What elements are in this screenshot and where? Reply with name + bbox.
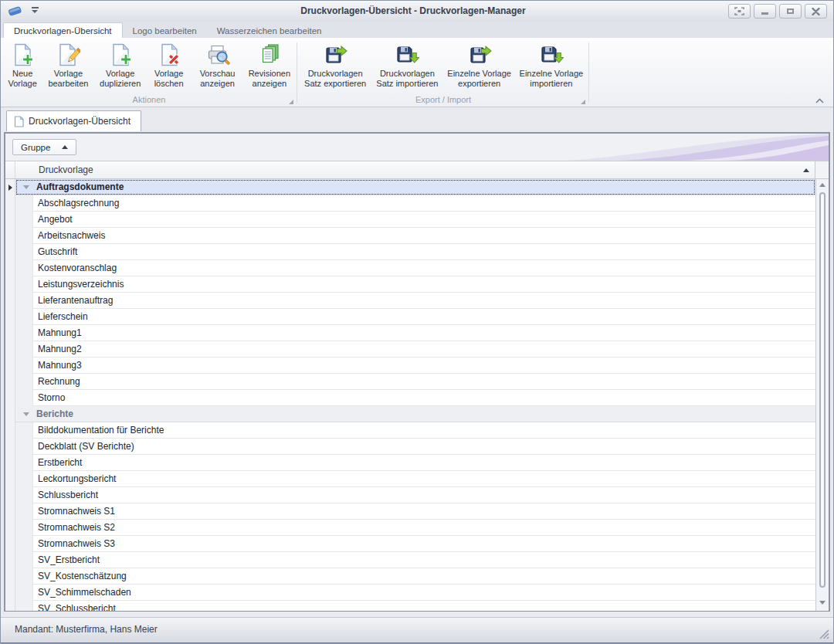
row-indent bbox=[15, 325, 33, 341]
ribbon-button-einzelne-vorlage-importieren[interactable]: Einzelne Vorlage importieren bbox=[516, 40, 587, 94]
row-indent bbox=[15, 228, 33, 244]
collapse-triangle-icon[interactable] bbox=[23, 412, 29, 416]
row-indent bbox=[15, 455, 33, 471]
scrollbar-thumb[interactable] bbox=[819, 192, 826, 588]
template-row[interactable]: Leckortungsbericht bbox=[5, 471, 815, 487]
column-header-druckvorlage[interactable]: Druckvorlage bbox=[15, 161, 798, 178]
row-indent bbox=[15, 390, 33, 406]
document-plus-icon bbox=[108, 42, 133, 67]
statusbar: Mandant: Musterfirma, Hans Meier bbox=[1, 617, 833, 642]
document-tab-druckvorlagen-uebersicht[interactable]: Druckvorlagen-Übersicht bbox=[6, 110, 141, 131]
ribbon-collapse-button[interactable] bbox=[813, 95, 826, 104]
template-row[interactable]: Rechnung bbox=[5, 374, 815, 390]
resize-grip-icon[interactable] bbox=[818, 629, 830, 639]
document-icon bbox=[14, 116, 24, 127]
ribbon-button-vorlage-duplizieren[interactable]: Vorlage duplizieren bbox=[95, 40, 146, 94]
titlebar: Druckvorlagen-Übersicht - Druckvorlagen-… bbox=[1, 1, 833, 22]
mandant-status-text: Mandant: Musterfirma, Hans Meier bbox=[15, 624, 158, 635]
template-row[interactable]: SV_Schimmelschaden bbox=[5, 585, 815, 601]
row-indicator bbox=[5, 374, 15, 390]
ribbon-button-druckvorlagen-satz-exportieren[interactable]: Druckvorlagen Satz exportieren bbox=[300, 40, 371, 94]
template-row[interactable]: Mahnung1 bbox=[5, 325, 815, 341]
template-row[interactable]: SV_Kostenschätzung bbox=[5, 568, 815, 585]
quick-access-dropdown-icon[interactable] bbox=[30, 7, 39, 15]
document-plus-icon bbox=[10, 42, 35, 67]
template-row[interactable]: Storno bbox=[5, 390, 815, 406]
ribbon: Neue Vorlage Vorlage bearbeiten Vorlage … bbox=[1, 38, 833, 107]
template-row[interactable]: Stromnachweis S1 bbox=[5, 503, 815, 520]
template-row[interactable]: Deckblatt (SV Berichte) bbox=[5, 439, 815, 455]
dialog-launcher-icon[interactable] bbox=[289, 100, 293, 104]
template-row[interactable]: SV_Erstbericht bbox=[5, 552, 815, 568]
vertical-scrollbar[interactable] bbox=[815, 179, 829, 611]
template-row[interactable]: Lieferschein bbox=[5, 309, 815, 325]
template-row[interactable]: Gutschrift bbox=[5, 244, 815, 260]
template-row[interactable]: Stromnachweis S2 bbox=[5, 520, 815, 536]
row-list: Auftragsdokumente Abschlagsrechnung Ange… bbox=[5, 179, 815, 611]
row-indicator bbox=[5, 585, 15, 601]
group-by-chip-gruppe[interactable]: Gruppe bbox=[12, 139, 76, 155]
ribbon-tab-strip: Druckvorlagen-Übersicht Logo bearbeiten … bbox=[1, 22, 833, 38]
ribbon-button-vorschau-anzeigen[interactable]: Vorschau anzeigen bbox=[192, 40, 242, 94]
ribbon-button-vorlage-loeschen[interactable]: Vorlage löschen bbox=[147, 40, 192, 94]
template-name: SV_Schlussbericht bbox=[38, 603, 116, 611]
header-indicator-cell bbox=[5, 161, 15, 178]
ribbon-tab-druckvorlagen-uebersicht[interactable]: Druckvorlagen-Übersicht bbox=[3, 22, 123, 39]
row-indicator bbox=[5, 212, 15, 228]
eraser-icon[interactable] bbox=[7, 5, 24, 18]
template-row[interactable]: Stromnachweis S3 bbox=[5, 536, 815, 552]
dialog-launcher-icon[interactable] bbox=[581, 100, 585, 104]
template-name: Gutschrift bbox=[38, 246, 77, 257]
ribbon-group-export-import: Druckvorlagen Satz exportieren Druckvorl… bbox=[299, 38, 588, 107]
template-row[interactable]: Erstbericht bbox=[5, 455, 815, 471]
ribbon-button-einzelne-vorlage-exportieren[interactable]: Einzelne Vorlage exportieren bbox=[444, 40, 515, 94]
minimize-icon bbox=[761, 12, 768, 15]
close-button[interactable] bbox=[805, 4, 827, 19]
template-row[interactable]: Kostenvoranschlag bbox=[5, 260, 815, 276]
document-stack-icon bbox=[257, 42, 282, 67]
collapse-triangle-icon[interactable] bbox=[23, 185, 29, 189]
ribbon-button-revisionen-anzeigen[interactable]: Revisionen anzeigen bbox=[244, 40, 295, 94]
template-row[interactable]: Angebot bbox=[5, 212, 815, 228]
template-row[interactable]: Bilddokumentation für Berichte bbox=[5, 422, 815, 439]
template-name: Mahnung1 bbox=[38, 327, 82, 338]
row-indicator bbox=[5, 260, 15, 276]
disk-arrow-right-icon bbox=[467, 42, 492, 67]
ribbon-group-separator bbox=[588, 42, 589, 103]
template-name: Lieferantenauftrag bbox=[38, 295, 113, 306]
row-indent bbox=[15, 601, 33, 611]
group-name: Berichte bbox=[36, 408, 73, 419]
template-row[interactable]: Mahnung3 bbox=[5, 358, 815, 374]
row-indent bbox=[15, 374, 33, 390]
template-name: Erstbericht bbox=[38, 457, 82, 468]
minimize-button[interactable] bbox=[754, 4, 776, 19]
fullscreen-button[interactable] bbox=[728, 4, 751, 19]
template-row[interactable]: SV_Schlussbericht bbox=[5, 601, 815, 611]
row-indicator-arrow-icon bbox=[8, 185, 12, 191]
scroll-up-icon[interactable] bbox=[816, 183, 829, 187]
template-name: Lieferschein bbox=[38, 311, 88, 322]
template-row[interactable]: Leistungsverzeichnis bbox=[5, 276, 815, 293]
document-tab-label: Druckvorlagen-Übersicht bbox=[29, 116, 131, 127]
group-row-berichte[interactable]: Berichte bbox=[5, 406, 815, 422]
ribbon-tab-logo-bearbeiten[interactable]: Logo bearbeiten bbox=[123, 23, 207, 38]
row-indent bbox=[15, 536, 33, 552]
ribbon-tab-wasserzeichen-bearbeiten[interactable]: Wasserzeichen bearbeiten bbox=[207, 23, 332, 38]
ribbon-button-neue-vorlage[interactable]: Neue Vorlage bbox=[3, 40, 42, 94]
ribbon-button-druckvorlagen-satz-importieren[interactable]: Druckvorlagen Satz importieren bbox=[371, 40, 442, 94]
row-indent bbox=[15, 487, 33, 503]
ribbon-button-label: Druckvorlagen Satz importieren bbox=[375, 69, 439, 89]
template-name: Storno bbox=[38, 392, 65, 403]
template-row[interactable]: Schlussbericht bbox=[5, 487, 815, 503]
scroll-down-icon[interactable] bbox=[816, 601, 829, 605]
ribbon-button-vorlage-bearbeiten[interactable]: Vorlage bearbeiten bbox=[42, 40, 93, 94]
maximize-button[interactable] bbox=[779, 4, 802, 19]
template-row[interactable]: Arbeitsnachweis bbox=[5, 228, 815, 244]
template-row[interactable]: Mahnung2 bbox=[5, 341, 815, 358]
row-indicator bbox=[5, 487, 15, 503]
template-row[interactable]: Lieferantenauftrag bbox=[5, 293, 815, 309]
group-row-auftragsdokumente[interactable]: Auftragsdokumente bbox=[5, 179, 815, 195]
template-name: Stromnachweis S3 bbox=[38, 538, 115, 549]
template-row[interactable]: Abschlagsrechnung bbox=[5, 195, 815, 212]
ribbon-button-label: Revisionen anzeigen bbox=[247, 69, 292, 89]
